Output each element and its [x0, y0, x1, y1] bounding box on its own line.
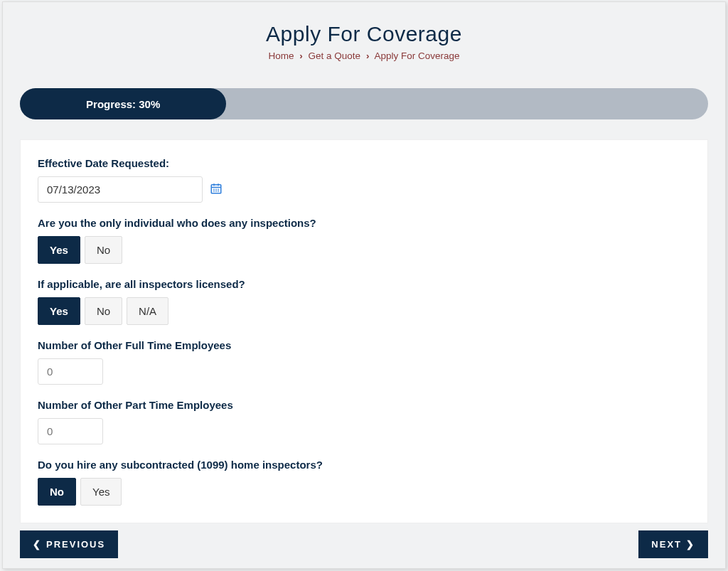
field-effective-date: Effective Date Requested: — [38, 157, 690, 203]
page-title: Apply For Coverage — [3, 22, 725, 46]
chevron-right-icon: › — [299, 50, 303, 61]
effective-date-label: Effective Date Requested: — [38, 157, 690, 169]
breadcrumb-get-quote[interactable]: Get a Quote — [309, 50, 361, 61]
breadcrumb-home[interactable]: Home — [269, 50, 294, 61]
part-time-input[interactable] — [38, 418, 103, 444]
only-individual-no[interactable]: No — [85, 236, 122, 264]
next-label: NEXT — [651, 539, 682, 550]
only-individual-label: Are you the only individual who does any… — [38, 217, 690, 229]
nav-row: ❮ PREVIOUS NEXT ❯ — [20, 530, 708, 558]
chevron-right-icon: › — [366, 50, 370, 61]
progress-label: Progress: 30% — [86, 98, 160, 110]
page-header: Apply For Coverage Home › Get a Quote › … — [3, 2, 725, 70]
full-time-input[interactable] — [38, 358, 103, 385]
all-licensed-na[interactable]: N/A — [127, 297, 168, 325]
subcontracted-label: Do you hire any subcontracted (1099) hom… — [38, 459, 690, 471]
subcontracted-yes[interactable]: Yes — [80, 478, 122, 506]
field-full-time: Number of Other Full Time Employees — [38, 339, 690, 385]
previous-label: PREVIOUS — [46, 539, 105, 550]
next-button[interactable]: NEXT ❯ — [638, 530, 708, 558]
chevron-left-icon: ❮ — [33, 539, 42, 550]
field-all-licensed: If applicable, are all inspectors licens… — [38, 278, 690, 325]
previous-button[interactable]: ❮ PREVIOUS — [20, 530, 118, 558]
full-time-label: Number of Other Full Time Employees — [38, 339, 690, 351]
subcontracted-no[interactable]: No — [38, 478, 76, 506]
field-subcontracted: Do you hire any subcontracted (1099) hom… — [38, 459, 690, 506]
field-only-individual: Are you the only individual who does any… — [38, 217, 690, 264]
progress-fill: Progress: 30% — [20, 88, 226, 119]
calendar-icon[interactable] — [210, 182, 223, 198]
effective-date-input[interactable] — [38, 176, 203, 203]
breadcrumb: Home › Get a Quote › Apply For Coverage — [3, 50, 725, 61]
only-individual-yes[interactable]: Yes — [38, 236, 80, 264]
progress-bar: Progress: 30% — [20, 88, 708, 119]
all-licensed-no[interactable]: No — [85, 297, 122, 325]
part-time-label: Number of Other Part Time Employees — [38, 399, 690, 411]
form-card: Effective Date Requested: Are you the on… — [20, 139, 708, 523]
breadcrumb-current: Apply For Coverage — [374, 50, 459, 61]
field-part-time: Number of Other Part Time Employees — [38, 399, 690, 444]
all-licensed-yes[interactable]: Yes — [38, 297, 80, 325]
chevron-right-icon: ❯ — [686, 539, 695, 550]
all-licensed-label: If applicable, are all inspectors licens… — [38, 278, 690, 290]
